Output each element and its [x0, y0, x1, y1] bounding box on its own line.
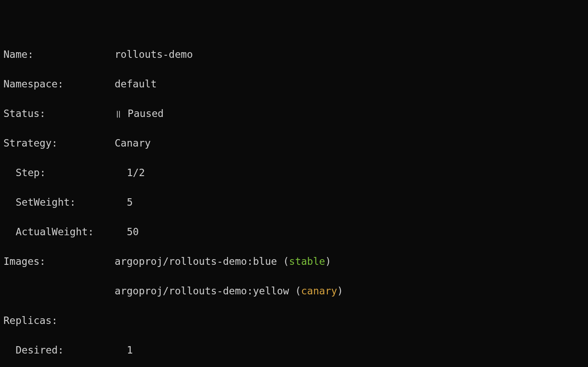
value-name: rollouts-demo [115, 47, 193, 62]
paren-close: ) [325, 254, 331, 269]
label-images-blank [3, 284, 115, 298]
summary-row-desired: Desired: 1 [3, 343, 585, 357]
value-image-canary: argoproj/rollouts-demo:yellow ( [115, 284, 301, 298]
summary-row-namespace: Namespace: default [3, 77, 585, 91]
label-images: Images: [3, 254, 115, 269]
tag-stable: stable [289, 254, 325, 269]
label-name: Name: [3, 47, 115, 62]
summary-row-actualweight: ActualWeight: 50 [3, 224, 585, 239]
label-actualweight: ActualWeight: [3, 224, 127, 239]
summary-row-images-1: Images: argoproj/rollouts-demo:blue (sta… [3, 254, 585, 269]
value-desired: 1 [127, 343, 133, 357]
label-strategy: Strategy: [3, 136, 115, 150]
label-desired: Desired: [3, 343, 127, 357]
value-namespace: default [115, 77, 157, 91]
value-strategy: Canary [115, 136, 151, 150]
label-namespace: Namespace: [3, 77, 115, 91]
value-status: Paused [128, 106, 164, 121]
summary-row-status: Status: ॥ Paused [3, 106, 585, 121]
summary-row-name: Name: rollouts-demo [3, 47, 585, 62]
value-setweight: 5 [127, 195, 133, 210]
label-replicas: Replicas: [3, 313, 115, 328]
value-actualweight: 50 [127, 224, 139, 239]
label-status: Status: [3, 106, 115, 121]
label-setweight: SetWeight: [3, 195, 127, 210]
paren-close: ) [337, 284, 343, 298]
value-step: 1/2 [127, 165, 145, 180]
summary-row-strategy: Strategy: Canary [3, 136, 585, 150]
summary-row-images-2: argoproj/rollouts-demo:yellow (canary) [3, 284, 585, 298]
summary-row-replicas: Replicas: [3, 313, 585, 328]
tag-canary: canary [301, 284, 337, 298]
summary-row-setweight: SetWeight: 5 [3, 195, 585, 210]
label-step: Step: [3, 165, 127, 180]
summary-row-step: Step: 1/2 [3, 165, 585, 180]
terminal-output: Name: rollouts-demo Namespace: default S… [0, 0, 588, 367]
pause-icon: ॥ [115, 106, 122, 121]
value-image-stable: argoproj/rollouts-demo:blue ( [115, 254, 289, 269]
